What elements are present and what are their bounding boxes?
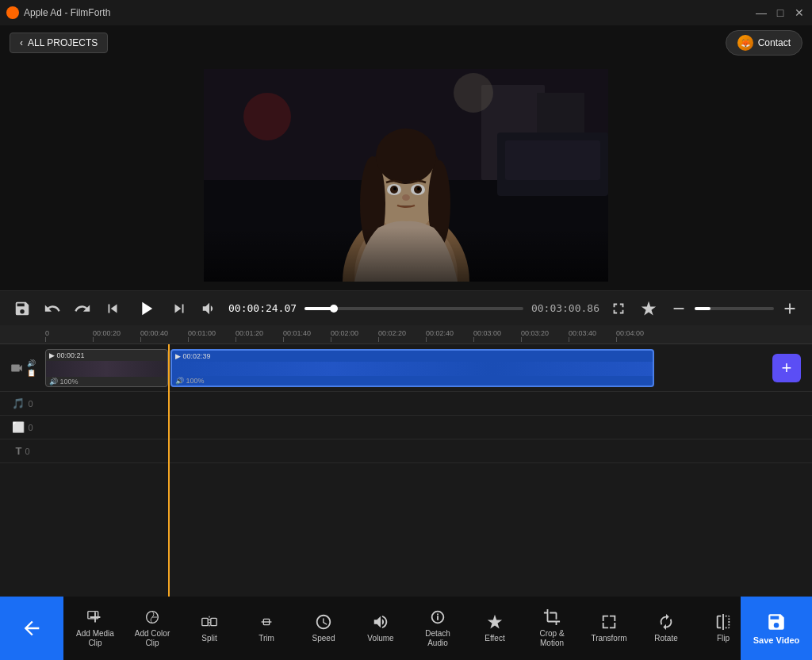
zoom-out-icon — [670, 300, 688, 317]
svg-rect-29 — [211, 618, 216, 625]
redo-button[interactable] — [71, 297, 94, 320]
volume-label: Volume — [367, 634, 393, 643]
speed-button[interactable]: Speed — [295, 600, 352, 657]
trim-icon — [258, 613, 275, 631]
fullscreen-button[interactable] — [607, 297, 630, 320]
rotate-button[interactable]: Rotate — [638, 600, 695, 657]
ruler-mark: 00:03:20 — [521, 329, 549, 342]
ruler-mark: 0 — [45, 329, 49, 342]
overlay-icon: ⬜ — [12, 421, 25, 433]
video-clip-second[interactable]: ▶ 00:02:39 🔊 100% — [170, 349, 654, 387]
zoom-controls — [668, 297, 801, 320]
video-clip-first[interactable]: ▶ 00:00:21 🔊 100% — [45, 349, 168, 387]
save-video-label: Save Video — [753, 635, 800, 645]
ruler-mark-label: 00:03:40 — [569, 329, 596, 337]
ruler-mark-label: 00:02:00 — [331, 329, 358, 337]
add-color-clip-button[interactable]: Add ColorClip — [124, 600, 181, 657]
flip-button[interactable]: Flip — [695, 600, 741, 657]
zoom-in-button[interactable] — [779, 297, 801, 320]
add-color-icon — [144, 608, 161, 626]
ruler-mark-line — [521, 337, 522, 342]
add-color-label: Add ColorClip — [135, 629, 170, 648]
ruler-mark-label: 00:02:40 — [426, 329, 454, 337]
play-button[interactable] — [132, 294, 160, 323]
preview-area — [0, 60, 812, 290]
text-track-control: T 0 — [0, 439, 45, 463]
ruler-mark: 00:00:20 — [93, 329, 121, 342]
crop-motion-icon — [543, 608, 561, 626]
detach-audio-button[interactable]: DetachAudio — [409, 600, 466, 657]
video-track-row: ▶ 00:00:21 🔊 100% ▶ 00:02:39 🔊 100% + — [45, 344, 812, 392]
add-media-icon — [86, 608, 104, 626]
close-button[interactable]: ✕ — [793, 6, 806, 19]
minimize-button[interactable]: — — [755, 6, 768, 19]
save-icon-btn[interactable] — [11, 297, 33, 320]
window-controls: — □ ✕ — [755, 6, 806, 19]
settings-button[interactable] — [638, 297, 660, 320]
volume-toolbar-button[interactable]: Volume — [352, 600, 409, 657]
ruler-mark-line — [45, 337, 46, 342]
back-label: ALL PROJECTS — [28, 37, 98, 48]
undo-button[interactable] — [41, 297, 63, 320]
overlay-track-row — [45, 416, 812, 439]
volume-button[interactable] — [198, 297, 220, 320]
add-media-clip-button[interactable]: Add MediaClip — [67, 600, 124, 657]
app-title: Apple Ad - FilmForth — [24, 7, 110, 18]
skip-back-icon — [104, 300, 121, 317]
bottom-toolbar: Add MediaClip Add ColorClip Split — [0, 597, 812, 660]
current-time: 00:00:24.07 — [228, 302, 297, 314]
save-video-button[interactable]: Save Video — [741, 597, 812, 660]
speed-label: Speed — [312, 634, 335, 643]
maximize-button[interactable]: □ — [774, 6, 787, 19]
speed-icon — [315, 613, 332, 631]
skip-forward-button[interactable] — [168, 297, 190, 320]
ruler-mark-label: 00:02:20 — [378, 329, 406, 337]
track-controls: 🔊 📋 🎵 0 ⬜ 0 T 0 — [0, 344, 45, 597]
zoom-out-button[interactable] — [668, 297, 690, 320]
save-icon — [13, 300, 31, 317]
ruler-mark: 00:03:40 — [569, 329, 596, 342]
ruler-mark-label: 0 — [45, 329, 49, 337]
detach-audio-icon — [429, 608, 446, 626]
add-media-label: Add MediaClip — [76, 629, 114, 648]
timeline-tracks[interactable]: ▶ 00:00:21 🔊 100% ▶ 00:02:39 🔊 100% + — [45, 344, 812, 597]
zoom-slider[interactable] — [695, 307, 774, 310]
back-nav-button[interactable] — [0, 597, 63, 660]
rotate-label: Rotate — [654, 634, 677, 643]
clip-second-thumb — [172, 362, 653, 376]
music-icon: 🎵 — [12, 397, 25, 409]
back-button[interactable]: ‹ ALL PROJECTS — [10, 33, 108, 53]
ruler-mark-label: 00:01:00 — [188, 329, 216, 337]
transform-button[interactable]: Transform — [580, 600, 638, 657]
ruler-mark-label: 00:01:40 — [283, 329, 311, 337]
detach-audio-label: DetachAudio — [425, 629, 450, 648]
clip-first-label: ▶ 00:00:21 — [46, 350, 167, 361]
effect-button[interactable]: Effect — [466, 600, 523, 657]
save-video-icon — [766, 612, 787, 632]
ruler-mark: 00:00:40 — [140, 329, 168, 342]
ruler-mark-label: 00:03:00 — [473, 329, 501, 337]
add-track-button[interactable]: + — [772, 354, 801, 382]
ruler-mark-label: 00:03:20 — [521, 329, 549, 337]
progress-bar[interactable] — [304, 307, 523, 310]
transport-bar: 00:00:24.07 00:03:00.86 — [0, 290, 812, 325]
total-time: 00:03:00.86 — [531, 302, 599, 314]
title-bar: Apple Ad - FilmForth — □ ✕ — [0, 0, 812, 25]
svg-rect-28 — [202, 618, 208, 625]
sparkle-icon — [640, 300, 657, 317]
volume-toolbar-icon — [372, 613, 389, 631]
mute-icon[interactable]: 🔊 — [27, 359, 36, 367]
volume-icon — [201, 300, 218, 317]
crop-motion-button[interactable]: Crop &Motion — [523, 600, 580, 657]
crop-motion-label: Crop &Motion — [539, 629, 564, 648]
skip-back-button[interactable] — [102, 297, 124, 320]
video-content — [204, 69, 608, 282]
text-count: 0 — [25, 447, 29, 456]
ruler-mark: 00:01:00 — [188, 329, 216, 342]
overlay-track-control: ⬜ 0 — [0, 416, 45, 439]
split-button[interactable]: Split — [181, 600, 238, 657]
timeline-playhead — [168, 344, 170, 597]
contact-button[interactable]: 🦊 Contact — [726, 30, 802, 56]
clip-second-label: ▶ 00:02:39 — [172, 351, 653, 362]
trim-button[interactable]: Trim — [238, 600, 295, 657]
